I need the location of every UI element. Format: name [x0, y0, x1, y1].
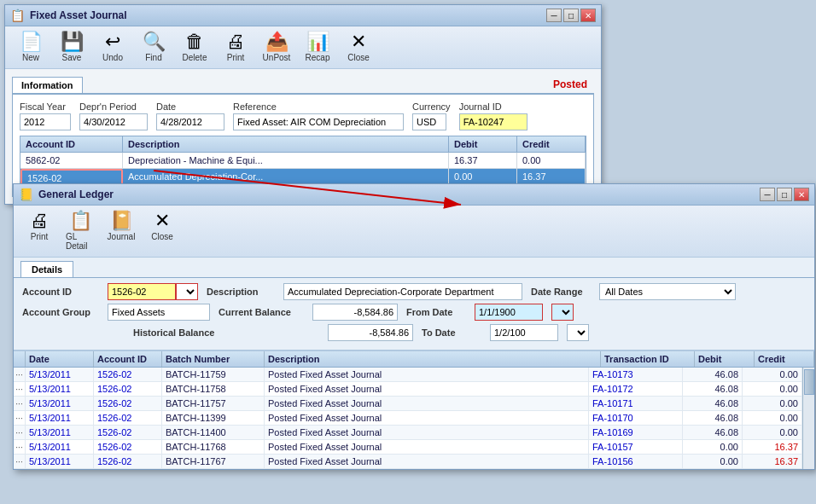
- gl-form-row2: Account Group Current Balance From Date: [22, 304, 806, 321]
- details-tab[interactable]: Details: [20, 261, 73, 277]
- faj-undo-btn[interactable]: ↩ Undo: [94, 30, 131, 65]
- faj-minimize-btn[interactable]: ─: [546, 9, 562, 22]
- gl-row0-credit: 0.00: [743, 368, 802, 381]
- gl-row1-batch: BATCH-11758: [162, 382, 265, 396]
- fiscal-year-input[interactable]: [20, 113, 71, 130]
- expand-btn-1[interactable]: ···: [14, 382, 26, 396]
- gl-grid-row-4[interactable]: ··· 5/13/2011 1526-02 BATCH-11400 Posted…: [14, 426, 802, 440]
- gl-row4-date: 5/13/2011: [26, 426, 94, 439]
- print-icon: 🖨: [226, 32, 245, 51]
- gl-row3-debit: 46.08: [683, 411, 743, 425]
- print-label: Print: [227, 53, 245, 62]
- gl-journal-label: Journal: [108, 232, 136, 241]
- currency-input[interactable]: [412, 113, 446, 130]
- gl-row2-description: Posted Fixed Asset Journal: [265, 397, 589, 410]
- gl-grid-row-2[interactable]: ··· 5/13/2011 1526-02 BATCH-11757 Posted…: [14, 397, 802, 411]
- gl-journal-btn[interactable]: 📔 Journal: [102, 209, 140, 253]
- faj-grid-row-0[interactable]: 5862-02 Depreciation - Machine & Equi...…: [20, 153, 586, 169]
- faj-unpost-btn[interactable]: 📤 UnPost: [258, 30, 295, 65]
- faj-grid-header: Account ID Description Debit Credit: [20, 136, 586, 153]
- account-id-input[interactable]: [108, 283, 176, 300]
- information-tab[interactable]: Information: [12, 77, 83, 93]
- expand-btn-4[interactable]: ···: [14, 426, 26, 439]
- deprn-period-label: Depr'n Period: [79, 101, 148, 112]
- find-label: Find: [145, 53, 161, 62]
- gl-detail-label: GL Detail: [66, 232, 95, 251]
- from-date-input[interactable]: [475, 304, 543, 321]
- historical-balance-input[interactable]: [328, 324, 413, 341]
- save-icon: 💾: [61, 32, 84, 51]
- gl-grid-row-0[interactable]: ··· 5/13/2011 1526-02 BATCH-11759 Posted…: [14, 368, 802, 382]
- journal-id-input[interactable]: [459, 113, 527, 130]
- gl-row3-account-id: 1526-02: [94, 411, 162, 425]
- expand-btn-3[interactable]: ···: [14, 411, 26, 425]
- new-label: New: [22, 53, 39, 62]
- gl-row2-credit: 0.00: [743, 397, 802, 410]
- account-group-input[interactable]: [108, 304, 210, 321]
- gl-col-description: Description: [265, 351, 601, 367]
- faj-print-btn[interactable]: 🖨 Print: [217, 30, 254, 65]
- faj-save-btn[interactable]: 💾 Save: [53, 30, 90, 65]
- gl-row4-debit: 46.08: [683, 426, 743, 439]
- gl-minimize-btn[interactable]: ─: [760, 188, 775, 201]
- to-date-label: To Date: [422, 327, 481, 338]
- gl-detail-btn[interactable]: 📋 GL Detail: [61, 209, 99, 253]
- gl-row0-transaction-id: FA-10173: [589, 368, 683, 381]
- gl-row5-date: 5/13/2011: [26, 440, 94, 454]
- expand-btn-5[interactable]: ···: [14, 440, 26, 454]
- gl-row0-date: 5/13/2011: [26, 368, 94, 381]
- faj-recap-btn[interactable]: 📊 Recap: [299, 30, 336, 65]
- gl-maximize-btn[interactable]: □: [777, 188, 792, 201]
- faj-close-btn[interactable]: ✕: [580, 9, 596, 22]
- gl-titlebar-icon: 📒: [19, 188, 33, 201]
- faj-new-btn[interactable]: 📄 New: [12, 30, 50, 65]
- deprn-period-input[interactable]: [79, 113, 148, 130]
- date-range-select[interactable]: All Dates: [599, 283, 736, 300]
- close-icon: ✕: [351, 32, 366, 51]
- gl-grid-row-1[interactable]: ··· 5/13/2011 1526-02 BATCH-11758 Posted…: [14, 382, 802, 397]
- gl-print-btn[interactable]: 🖨 Print: [20, 209, 58, 253]
- gl-close-toolbar-btn[interactable]: ✕ Close: [143, 209, 181, 253]
- gl-grid-row-3[interactable]: ··· 5/13/2011 1526-02 BATCH-11399 Posted…: [14, 411, 802, 426]
- gl-row2-batch: BATCH-11757: [162, 397, 265, 410]
- gl-print-label: Print: [31, 232, 49, 241]
- gl-row0-description: Posted Fixed Asset Journal: [265, 368, 589, 381]
- gl-row6-credit: 16.37: [743, 455, 802, 468]
- gl-row0-batch: BATCH-11759: [162, 368, 265, 381]
- faj-delete-btn[interactable]: 🗑 Delete: [176, 30, 213, 65]
- expand-btn-6[interactable]: ···: [14, 455, 26, 468]
- date-input[interactable]: [156, 113, 224, 130]
- faj-close-toolbar-btn[interactable]: ✕ Close: [340, 30, 377, 65]
- account-id-dropdown[interactable]: [176, 283, 198, 300]
- unpost-label: UnPost: [263, 53, 291, 62]
- description-input[interactable]: [283, 283, 522, 300]
- gl-grid-body: ··· 5/13/2011 1526-02 BATCH-11759 Posted…: [14, 368, 802, 469]
- gl-row3-credit: 0.00: [743, 411, 802, 425]
- faj-titlebar-icon: 📋: [10, 9, 25, 22]
- recap-icon: 📊: [306, 32, 329, 51]
- gl-grid-row-5[interactable]: ··· 5/13/2011 1526-02 BATCH-11768 Posted…: [14, 440, 802, 455]
- to-date-dropdown[interactable]: [567, 324, 589, 341]
- gl-print-icon: 🖨: [30, 211, 49, 230]
- faj-window-controls: ─ □ ✕: [546, 9, 596, 22]
- gl-row3-batch: BATCH-11399: [162, 411, 265, 425]
- from-date-dropdown[interactable]: [551, 304, 574, 321]
- faj-maximize-btn[interactable]: □: [563, 9, 579, 22]
- description-label: Description: [207, 287, 275, 297]
- gl-close-btn[interactable]: ✕: [794, 188, 809, 201]
- to-date-input[interactable]: [490, 324, 558, 341]
- expand-btn-2[interactable]: ···: [14, 397, 26, 410]
- gl-row6-description: Posted Fixed Asset Journal: [265, 455, 589, 468]
- gl-row2-debit: 46.08: [683, 397, 743, 410]
- col-account-id: Account ID: [20, 136, 123, 152]
- gl-grid-row-6[interactable]: ··· 5/13/2011 1526-02 BATCH-11767 Posted…: [14, 455, 802, 469]
- scroll-thumb[interactable]: [804, 369, 814, 395]
- current-balance-input[interactable]: [312, 304, 398, 321]
- reference-input[interactable]: [233, 113, 404, 130]
- date-label: Date: [156, 101, 224, 112]
- gl-titlebar: 📒 General Ledger ─ □ ✕: [14, 184, 814, 206]
- expand-btn-0[interactable]: ···: [14, 368, 26, 381]
- faj-find-btn[interactable]: 🔍 Find: [135, 30, 172, 65]
- save-label: Save: [62, 53, 82, 62]
- gl-scrollbar[interactable]: [802, 368, 814, 469]
